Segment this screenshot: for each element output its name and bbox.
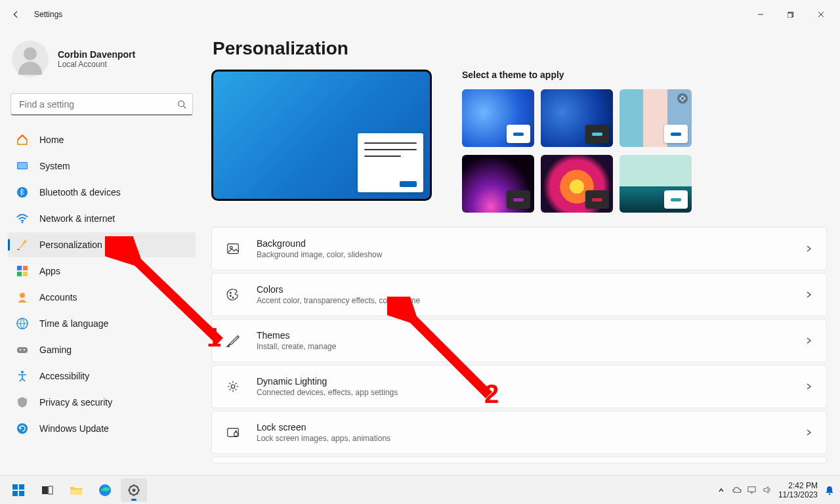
windows-icon [12,484,25,497]
sidebar-item-accessibility[interactable]: Accessibility [8,364,196,388]
svg-rect-26 [234,432,238,436]
row-sub: Accent color, transparency effects, colo… [257,296,788,305]
explorer-button[interactable] [63,478,89,502]
brush-icon [225,333,241,348]
row-partial [211,457,827,463]
svg-point-16 [21,371,24,373]
sidebar-item-time[interactable]: Time & language [8,311,196,336]
theme-glow[interactable] [462,155,534,213]
system-icon [16,159,29,173]
arrow-left-icon [11,10,20,19]
minimize-button[interactable] [746,4,776,25]
row-sub: Lock screen images, apps, animations [257,434,788,443]
task-view-icon [41,484,54,497]
row-sub: Connected devices, effects, app settings [257,388,788,397]
theme-spotlight[interactable] [620,89,692,147]
taskbar: 2:42 PM 11/13/2023 [0,475,840,504]
chevron-right-icon [804,428,813,437]
sidebar-item-label: Network & internet [39,213,115,224]
sidebar-item-label: System [39,161,70,171]
edge-icon [98,484,112,497]
apps-icon [16,264,29,278]
theme-dark-blue[interactable] [541,89,613,147]
user-block[interactable]: Corbin Davenport Local Account [8,37,196,87]
desktop-preview [211,70,432,201]
svg-point-2 [178,101,184,107]
accessibility-icon [16,369,29,383]
theme-grid [462,89,827,213]
onedrive-icon [732,485,742,495]
chevron-right-icon [804,290,813,299]
paintbrush-icon [16,238,29,251]
sidebar-item-system[interactable]: System [8,154,196,178]
svg-rect-7 [17,266,22,270]
clock[interactable]: 2:42 PM 11/13/2023 [778,481,818,499]
row-dynamic-lighting[interactable]: Dynamic LightingConnected devices, effec… [211,365,827,408]
svg-point-6 [22,222,24,224]
start-button[interactable] [5,478,32,502]
sidebar-item-label: Privacy & security [39,397,112,408]
chevron-right-icon [804,244,813,253]
maximize-button[interactable] [776,4,806,25]
sidebar-item-update[interactable]: Windows Update [8,416,196,441]
svg-rect-10 [23,272,28,276]
folder-icon [69,484,83,497]
sidebar-item-gaming[interactable]: Gaming [8,337,196,362]
shield-icon [16,396,29,409]
search-icon [177,100,186,109]
lock-screen-icon [225,425,241,440]
svg-point-23 [232,297,234,299]
sidebar-item-privacy[interactable]: Privacy & security [8,390,196,415]
sidebar-item-label: Apps [39,266,60,276]
sidebar-item-bluetooth[interactable]: Bluetooth & devices [8,180,196,205]
task-view-button[interactable] [34,478,60,502]
chevron-right-icon [804,336,813,345]
sidebar-item-label: Windows Update [39,423,109,434]
theme-flow[interactable] [541,155,613,213]
row-sub: Install, create, manage [257,342,788,351]
svg-rect-33 [42,486,48,494]
svg-point-20 [230,246,232,249]
spotlight-icon [677,93,688,104]
row-background[interactable]: BackgroundBackground image, color, slide… [211,227,827,270]
row-title: Themes [257,330,788,341]
clock-date: 11/13/2023 [778,490,818,499]
sidebar-item-accounts[interactable]: Accounts [8,285,196,310]
row-lock-screen[interactable]: Lock screenLock screen images, apps, ani… [211,411,827,454]
palette-icon [225,287,241,303]
tray-overflow-icon[interactable] [717,486,725,494]
search-input[interactable] [10,93,193,116]
svg-point-24 [231,385,235,388]
notification-icon[interactable] [824,485,835,495]
person-icon [16,291,29,304]
settings-taskbar-button[interactable] [121,478,147,502]
svg-point-39 [829,493,831,495]
row-title: Colors [257,284,788,295]
sidebar-item-label: Time & language [39,318,108,329]
close-button[interactable] [806,4,836,25]
svg-rect-38 [748,487,755,492]
volume-icon [762,485,772,495]
edge-button[interactable] [92,478,118,502]
sidebar-item-home[interactable]: Home [8,127,196,152]
image-icon [225,241,241,257]
row-title: Dynamic Lighting [257,376,788,387]
annotation-num-1: 1 [207,323,221,352]
row-themes[interactable]: ThemesInstall, create, manage [211,319,827,362]
user-sub: Local Account [58,60,135,69]
svg-rect-1 [788,13,792,18]
wifi-icon [16,212,29,225]
theme-landscape[interactable] [620,155,692,213]
sidebar-item-network[interactable]: Network & internet [8,206,196,231]
sidebar-item-apps[interactable]: Apps [8,259,196,284]
close-icon [818,11,824,18]
user-name: Corbin Davenport [58,49,135,60]
tray-icons[interactable] [732,485,772,495]
svg-rect-30 [19,484,24,490]
row-colors[interactable]: ColorsAccent color, transparency effects… [211,273,827,316]
maximize-icon [788,11,794,18]
back-button[interactable] [4,3,28,26]
theme-light-blue[interactable] [462,89,534,147]
sidebar-item-personalization[interactable]: Personalization [8,232,196,257]
bluetooth-icon [16,186,29,199]
